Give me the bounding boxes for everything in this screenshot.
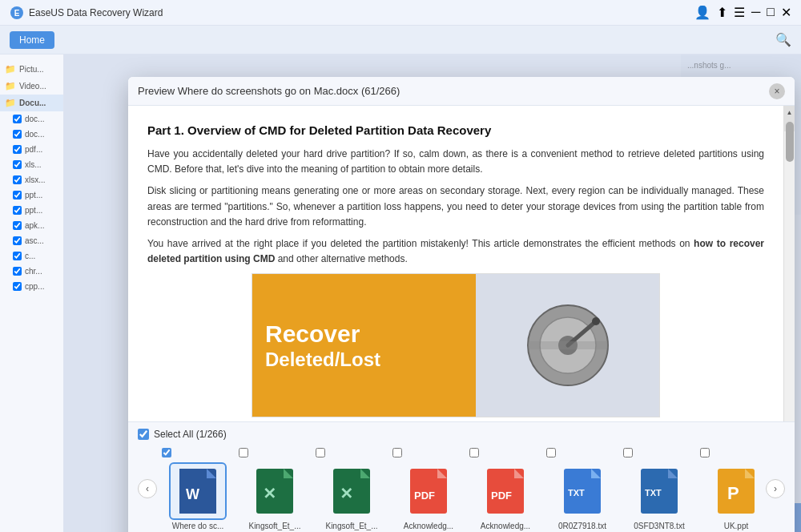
svg-text:TXT: TXT (645, 488, 662, 498)
thumbnail-item-pdf1[interactable]: PDF Acknowledg... (392, 446, 465, 530)
image-title-line2: Deleted/Lost (265, 349, 463, 372)
svg-text:PDF: PDF (414, 490, 435, 502)
minimize-icon[interactable]: ─ (751, 5, 760, 20)
sidebar-item-chr[interactable]: chr... (0, 264, 63, 279)
thumb-label-excel1: Kingsoft_Et_... (239, 522, 310, 530)
select-all-checkbox[interactable] (138, 429, 149, 440)
sidebar-item-doc[interactable]: doc... (0, 111, 63, 127)
pdf-file-icon1: PDF (408, 467, 449, 515)
search-icon[interactable]: 🔍 (775, 33, 791, 46)
sidebar-checkbox-doc2[interactable] (13, 130, 22, 139)
maximize-icon[interactable]: □ (767, 5, 775, 20)
sidebar-checkbox-apk[interactable] (13, 221, 22, 230)
sidebar-checkbox-cpp[interactable] (13, 282, 22, 291)
dialog-titlebar: Preview Where do screenshots go on Mac.d… (128, 77, 795, 106)
preview-dialog: Preview Where do screenshots go on Mac.d… (128, 77, 795, 532)
word-file-icon: W (177, 467, 219, 515)
sidebar-checkbox-ppt2[interactable] (13, 206, 22, 215)
upload-icon[interactable]: ⬆ (717, 5, 727, 20)
thumb-checkbox-txt2[interactable] (623, 448, 633, 457)
thumb-icon-excel2-wrapper[interactable]: ✕ (323, 462, 380, 520)
thumb-icon-txt1-wrapper[interactable]: TXT (553, 462, 611, 520)
thumb-checkbox-ppt1[interactable] (700, 448, 710, 457)
thumb-label-txt2: 0SFD3NT8.txt (624, 522, 694, 530)
pdf-file-icon2: PDF (485, 467, 526, 515)
thumbnail-item-word[interactable]: W Where do sc... (162, 446, 234, 530)
sidebar-item-ppt[interactable]: ppt... (0, 187, 63, 203)
txt-icon-svg2: TXT (641, 469, 678, 514)
select-all-label: Select All (1/266) (154, 429, 227, 440)
document-content[interactable]: Part 1. Overview of CMD for Deleted Part… (128, 106, 783, 421)
image-inner: Recover Deleted/Lost (252, 274, 659, 417)
close-app-icon[interactable]: ✕ (781, 5, 791, 20)
sidebar-item-c[interactable]: c... (0, 248, 63, 264)
thumbnail-item-txt2[interactable]: TXT 0SFD3NT8.txt (623, 446, 695, 530)
thumbnail-item-excel1[interactable]: ✕ Kingsoft_Et_... (239, 446, 311, 530)
menu-icon[interactable]: ☰ (734, 5, 745, 20)
thumbnails-list: W Where do sc... (162, 446, 761, 530)
sidebar-item-asc[interactable]: asc... (0, 233, 63, 248)
document-heading: Part 1. Overview of CMD for Deleted Part… (147, 122, 764, 139)
ppt-file-icon1: P (715, 467, 757, 515)
sidebar-item-documents[interactable]: 📁Docu... (0, 95, 63, 111)
app-logo-icon: E (10, 6, 24, 20)
sidebar-checkbox-doc[interactable] (13, 115, 22, 123)
scrollbar-up-arrow[interactable]: ▲ (784, 106, 795, 119)
sidebar-item-videos[interactable]: 📁Video... (0, 78, 63, 95)
sidebar-checkbox-xls[interactable] (13, 160, 22, 169)
sidebar-item-pdf[interactable]: pdf... (0, 142, 63, 157)
preview-area: Part 1. Overview of CMD for Deleted Part… (128, 106, 795, 421)
sidebar-item-apk[interactable]: apk... (0, 218, 63, 233)
thumb-icon-ppt1-wrapper[interactable]: P (707, 462, 761, 520)
thumb-icon-pdf1-wrapper[interactable]: PDF (400, 462, 457, 520)
thumbnail-item-excel2[interactable]: ✕ Kingsoft_Et_... (316, 446, 388, 530)
preview-scrollbar[interactable]: ▲ ▼ (783, 106, 795, 421)
txt-file-icon2: TXT (638, 467, 680, 515)
sidebar-item-xls[interactable]: xls... (0, 157, 63, 172)
svg-text:P: P (727, 483, 739, 503)
document-paragraph2: Disk slicing or partitioning means gener… (147, 183, 764, 230)
sidebar-checkbox-xlsx[interactable] (13, 175, 22, 184)
thumb-icon-word-wrapper[interactable]: W (169, 462, 227, 520)
sidebar-checkbox-c[interactable] (13, 252, 22, 260)
sidebar-item-ppt2[interactable]: ppt... (0, 203, 63, 218)
scrollbar-track (784, 119, 795, 409)
sidebar-item-cpp[interactable]: cpp... (0, 279, 63, 294)
svg-text:✕: ✕ (263, 485, 276, 502)
thumb-checkbox-txt1[interactable] (546, 448, 556, 457)
thumb-checkbox-word[interactable] (162, 448, 171, 457)
svg-text:W: W (186, 486, 199, 502)
thumbnail-strip: Select All (1/266) ‹ (128, 421, 795, 532)
thumb-checkbox-excel2[interactable] (316, 448, 325, 457)
scrollbar-thumb[interactable] (786, 122, 794, 162)
thumb-icon-pdf2-wrapper[interactable]: PDF (477, 462, 534, 520)
thumb-icon-txt2-wrapper[interactable]: TXT (630, 462, 688, 520)
sidebar-checkbox-pdf[interactable] (13, 145, 22, 154)
pdf-icon-svg2: PDF (487, 469, 524, 514)
thumbnails-prev-button[interactable]: ‹ (138, 479, 157, 498)
sidebar-item-doc2[interactable]: doc... (0, 127, 63, 142)
paragraph3-start: You have arrived at the right place if y… (147, 238, 694, 249)
thumb-checkbox-pdf1[interactable] (392, 448, 402, 457)
sidebar-checkbox-chr[interactable] (13, 267, 22, 276)
thumbnails-next-button[interactable]: › (766, 479, 785, 498)
sidebar-item-pictures[interactable]: 📁Pictu... (0, 61, 63, 78)
dialog-close-button[interactable]: × (769, 83, 785, 99)
thumbnail-item-txt1[interactable]: TXT 0R0Z7918.txt (546, 446, 618, 530)
close-icon: × (774, 86, 779, 97)
excel-icon-svg2: ✕ (333, 469, 370, 514)
app-title: EaseUS Data Recovery Wizard (29, 7, 163, 18)
sidebar-checkbox-asc[interactable] (13, 236, 22, 245)
home-button[interactable]: Home (10, 31, 54, 49)
thumbnail-item-pdf2[interactable]: PDF Acknowledg... (469, 446, 541, 530)
thumb-icon-excel1-wrapper[interactable]: ✕ (246, 462, 304, 520)
document-embedded-image: Recover Deleted/Lost (252, 273, 660, 417)
app-content: 📁Pictu... 📁Video... 📁Docu... doc... doc.… (0, 54, 801, 532)
sidebar-item-xlsx[interactable]: xlsx... (0, 172, 63, 187)
avatar-icon[interactable]: 👤 (694, 5, 710, 20)
thumb-checkbox-excel1[interactable] (239, 448, 248, 457)
thumb-checkbox-pdf2[interactable] (469, 448, 479, 457)
thumbnail-item-ppt1[interactable]: P UK.ppt (700, 446, 761, 530)
thumb-label-word: Where do sc... (163, 522, 233, 530)
sidebar-checkbox-ppt[interactable] (13, 191, 22, 200)
